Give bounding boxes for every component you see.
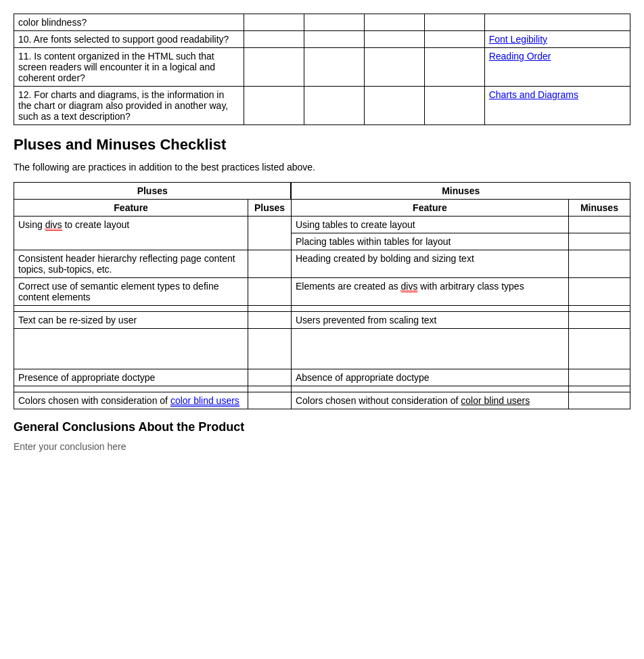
check-cell-4 xyxy=(424,87,484,125)
check-cell-3 xyxy=(364,87,424,125)
pluses-minuses-table: Pluses Minuses Feature Pluses Feature Mi… xyxy=(14,182,630,409)
minus-feature-cell: Absence of appropriate doctype xyxy=(291,369,568,386)
table-row: Correct use of semantic element types to… xyxy=(14,278,630,306)
check-cell-1 xyxy=(244,87,304,125)
link-cell xyxy=(484,14,630,31)
link-cell: Font Legibility xyxy=(484,31,630,48)
table-row: Presence of appropriate doctype Absence … xyxy=(14,369,630,386)
table-row: Colors chosen with consideration of colo… xyxy=(14,392,630,409)
table-row: 10. Are fonts selected to support good r… xyxy=(14,31,630,48)
check-cell-4 xyxy=(424,48,484,87)
minus-value-cell xyxy=(568,386,630,392)
minus-feature-cell: Colors chosen without consideration of c… xyxy=(291,392,568,409)
check-cell-1 xyxy=(244,48,304,87)
minus-value-cell xyxy=(568,250,630,278)
minus-feature-cell: Heading created by bolding and sizing te… xyxy=(291,250,568,278)
header-row-1: Pluses Minuses xyxy=(14,183,630,200)
reading-order-link[interactable]: Reading Order xyxy=(489,51,551,62)
divs-text-2: divs xyxy=(401,281,418,292)
question-cell: color blindness? xyxy=(14,14,244,31)
plus-feature-cell: Colors chosen with consideration of colo… xyxy=(14,392,248,409)
check-cell-2 xyxy=(304,87,364,125)
check-cell-2 xyxy=(304,14,364,31)
minus-value-cell xyxy=(568,217,630,233)
top-checklist-table: color blindness? 10. Are fonts selected … xyxy=(14,14,630,125)
check-cell-3 xyxy=(364,48,424,87)
minus-feature-cell: Placing tables within tables for layout xyxy=(291,233,568,250)
question-cell: 10. Are fonts selected to support good r… xyxy=(14,31,244,48)
table-row: Text can be re-sized by user Users preve… xyxy=(14,312,630,329)
table-row xyxy=(14,386,630,392)
table-row: color blindness? xyxy=(14,14,630,31)
charts-diagrams-link[interactable]: Charts and Diagrams xyxy=(489,89,578,100)
minus-value-cell xyxy=(568,233,630,250)
plus-value-cell xyxy=(248,329,292,369)
plus-feature-cell-empty xyxy=(14,306,248,312)
section-description: The following are practices in addition … xyxy=(14,162,630,173)
minus-value-cell xyxy=(568,369,630,386)
conclusion-text: Enter your conclusion here xyxy=(14,441,630,452)
plus-value-cell xyxy=(248,369,292,386)
pluses-minuses-title: Pluses and Minuses Checklist xyxy=(14,136,630,154)
minus-value-cell xyxy=(568,306,630,312)
check-cell-1 xyxy=(244,14,304,31)
minus-feature-cell-empty xyxy=(291,386,568,392)
plus-value-cell xyxy=(248,278,292,306)
link-cell: Charts and Diagrams xyxy=(484,87,630,125)
font-legibility-link[interactable]: Font Legibility xyxy=(489,34,547,45)
check-cell-4 xyxy=(424,14,484,31)
pluses-header: Pluses xyxy=(14,183,292,200)
plus-value-cell xyxy=(248,312,292,329)
check-cell-3 xyxy=(364,31,424,48)
header-row-2: Feature Pluses Feature Minuses xyxy=(14,200,630,217)
table-row xyxy=(14,329,630,369)
plus-feature-cell-tall xyxy=(14,329,248,369)
minus-value-cell xyxy=(568,392,630,409)
color-blind-text-minus: color blind users xyxy=(461,395,530,406)
minus-feature-cell: Using tables to create layout xyxy=(291,217,568,233)
plus-value-cell xyxy=(248,386,292,392)
minus-feature-cell: Elements are created as divs with arbitr… xyxy=(291,278,568,306)
plus-value-cell xyxy=(248,217,292,250)
table-row: Consistent header hierarchy reflecting p… xyxy=(14,250,630,278)
plus-feature-cell: Consistent header hierarchy reflecting p… xyxy=(14,250,248,278)
minuses-header: Minuses xyxy=(291,183,630,200)
table-row: 12. For charts and diagrams, is the info… xyxy=(14,87,630,125)
table-row: Using divs to create layout Using tables… xyxy=(14,217,630,233)
check-cell-3 xyxy=(364,14,424,31)
question-cell: 12. For charts and diagrams, is the info… xyxy=(14,87,244,125)
minus-value-cell xyxy=(568,312,630,329)
plus-feature-cell: Presence of appropriate doctype xyxy=(14,369,248,386)
pluses-col-header: Pluses xyxy=(248,200,292,217)
table-row: 11. Is content organized in the HTML suc… xyxy=(14,48,630,87)
minus-feature-cell-tall xyxy=(291,329,568,369)
check-cell-2 xyxy=(304,31,364,48)
plus-feature-cell: Correct use of semantic element types to… xyxy=(14,278,248,306)
check-cell-4 xyxy=(424,31,484,48)
minus-value-cell xyxy=(568,278,630,306)
plus-value-cell xyxy=(248,306,292,312)
minuses-col-header: Minuses xyxy=(568,200,630,217)
minus-feature-cell-empty xyxy=(291,306,568,312)
plus-value-cell xyxy=(248,250,292,278)
link-cell: Reading Order xyxy=(484,48,630,87)
check-cell-2 xyxy=(304,48,364,87)
table-row xyxy=(14,306,630,312)
feature-header-minus: Feature xyxy=(291,200,568,217)
check-cell-1 xyxy=(244,31,304,48)
plus-feature-cell: Using divs to create layout xyxy=(14,217,248,250)
plus-feature-cell: Text can be re-sized by user xyxy=(14,312,248,329)
color-blind-link-plus[interactable]: color blind users xyxy=(170,395,239,407)
question-cell: 11. Is content organized in the HTML suc… xyxy=(14,48,244,87)
general-conclusions-title: General Conclusions About the Product xyxy=(14,420,630,434)
minus-value-cell xyxy=(568,329,630,369)
plus-feature-cell-empty xyxy=(14,386,248,392)
plus-value-cell xyxy=(248,392,292,409)
divs-text: divs xyxy=(45,219,62,231)
minus-feature-cell: Users prevented from scaling text xyxy=(291,312,568,329)
feature-header-plus: Feature xyxy=(14,200,248,217)
